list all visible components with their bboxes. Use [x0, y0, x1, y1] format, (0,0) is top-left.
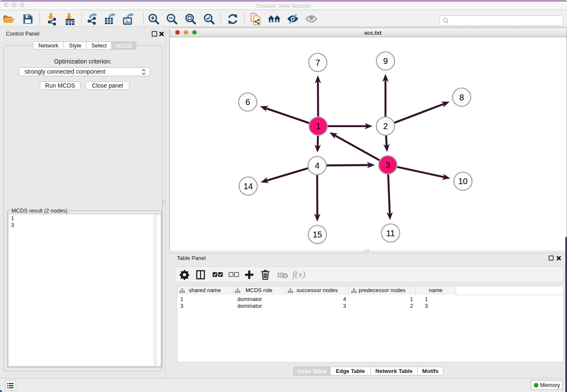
svg-text:9: 9	[383, 56, 388, 66]
svg-text:15: 15	[313, 230, 322, 239]
svg-text:4: 4	[315, 161, 319, 170]
svg-text:6: 6	[245, 97, 250, 107]
svg-text:7: 7	[315, 58, 320, 67]
svg-text:1: 1	[316, 121, 320, 131]
svg-text:2: 2	[383, 121, 388, 131]
svg-text:11: 11	[386, 229, 395, 238]
svg-text:14: 14	[243, 182, 253, 191]
svg-text:3: 3	[385, 160, 390, 170]
svg-text:10: 10	[458, 177, 468, 186]
svg-text:8: 8	[459, 93, 464, 102]
